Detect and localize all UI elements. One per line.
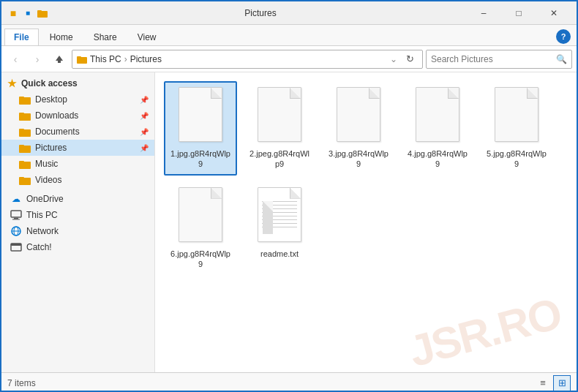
tab-file[interactable]: File [4, 29, 39, 45]
svg-rect-13 [19, 145, 24, 147]
app-icon-yellow: ■ [7, 7, 19, 19]
thispc-label: This PC [26, 210, 58, 220]
ribbon-tabs: File Home Share View ? [1, 25, 577, 45]
network-icon [10, 225, 22, 237]
breadcrumb-pictures[interactable]: Pictures [130, 54, 162, 64]
pin-icon: 📌 [140, 112, 149, 120]
sidebar-item-pictures[interactable]: Pictures 📌 [1, 140, 154, 156]
search-input[interactable] [431, 54, 556, 64]
forward-button[interactable]: › [28, 50, 47, 69]
folder-icon [19, 142, 31, 154]
back-button[interactable]: ‹ [6, 50, 25, 69]
file-icon [174, 87, 227, 146]
status-bar: 7 items ≡ ⊞ [1, 372, 577, 392]
tab-view[interactable]: View [128, 29, 166, 45]
view-controls: ≡ ⊞ [534, 375, 571, 391]
svg-rect-18 [11, 211, 21, 217]
file-item[interactable]: 2.jpeg.g8R4rqWlp9 [243, 81, 316, 176]
sidebar-item-documents[interactable]: Documents 📌 [1, 124, 154, 140]
svg-rect-1 [37, 10, 42, 12]
ribbon: File Home Share View ? [1, 25, 577, 46]
file-name: 2.jpeg.g8R4rqWlp9 [247, 148, 312, 170]
catch-icon [10, 241, 22, 253]
refresh-button[interactable]: ↻ [402, 51, 418, 67]
title-bar: ■ ■ Pictures – □ ✕ [1, 1, 577, 25]
sidebar: ★ Quick access Desktop 📌 Downloads 📌 Doc… [1, 72, 155, 372]
file-name: 5.jpg.g8R4rqWlp9 [484, 148, 549, 170]
svg-marker-2 [56, 56, 63, 61]
sidebar-item-catch[interactable]: Catch! [1, 239, 154, 255]
tab-share[interactable]: Share [84, 29, 127, 45]
main-layout: ★ Quick access Desktop 📌 Downloads 📌 Doc… [1, 72, 577, 372]
svg-rect-20 [12, 219, 20, 220]
file-item[interactable]: 3.jpg.g8R4rqWlp9 [322, 81, 395, 176]
file-name: 1.jpg.g8R4rqWlp9 [168, 148, 233, 170]
folder-icon [19, 126, 31, 137]
address-bar[interactable]: This PC › Pictures ⌄ ↻ [72, 50, 423, 69]
watermark: JSR.RO [403, 288, 566, 372]
breadcrumb-thispc[interactable]: This PC [90, 54, 121, 64]
ribbon-help: ? [556, 29, 574, 45]
folder-icon [19, 110, 31, 121]
sidebar-item-videos[interactable]: Videos [1, 172, 154, 188]
file-name: readme.txt [260, 249, 299, 259]
folder-icon [19, 94, 31, 105]
maximize-button[interactable]: □ [502, 1, 536, 25]
file-item[interactable]: 6.jpg.g8R4rqWlp9 [164, 181, 237, 276]
breadcrumb-sep: › [124, 54, 127, 64]
content-area: 1.jpg.g8R4rqWlp9 2.jpeg.g8R4rqWlp9 3.jpg… [155, 72, 577, 372]
item-count: 7 items [7, 378, 36, 388]
search-icon[interactable]: 🔍 [556, 54, 567, 64]
breadcrumb: This PC › Pictures [90, 54, 386, 64]
pin-icon: 📌 [140, 144, 149, 152]
list-view-button[interactable]: ≡ [534, 375, 552, 391]
sidebar-item-downloads[interactable]: Downloads 📌 [1, 108, 154, 124]
onedrive-label: OneDrive [26, 194, 64, 204]
music-label: Music [35, 159, 58, 169]
window-controls: – □ ✕ [467, 1, 571, 25]
folder-icon [19, 174, 31, 186]
file-icon [490, 87, 543, 146]
file-icon [253, 187, 306, 246]
folder-icon [77, 55, 87, 64]
sidebar-item-onedrive[interactable]: ☁ OneDrive [1, 191, 154, 207]
address-chevron-icon[interactable]: ⌄ [389, 54, 399, 64]
svg-rect-3 [58, 61, 61, 63]
file-icon [411, 87, 464, 146]
videos-label: Videos [35, 175, 61, 185]
svg-rect-9 [19, 113, 24, 115]
computer-icon [10, 209, 22, 221]
sidebar-item-desktop[interactable]: Desktop 📌 [1, 91, 154, 108]
svg-rect-15 [19, 161, 24, 163]
file-item[interactable]: 4.jpg.g8R4rqWlp9 [401, 81, 474, 176]
sidebar-item-network[interactable]: Network [1, 223, 154, 239]
minimize-button[interactable]: – [467, 1, 500, 25]
help-button[interactable]: ? [556, 29, 571, 44]
svg-rect-7 [19, 97, 24, 99]
search-bar[interactable]: 🔍 [426, 50, 572, 69]
grid-view-button[interactable]: ⊞ [553, 375, 571, 391]
svg-rect-19 [14, 218, 18, 219]
file-name: 6.jpg.g8R4rqWlp9 [168, 249, 233, 270]
star-icon: ★ [7, 78, 17, 89]
sidebar-item-music[interactable]: Music [1, 156, 154, 172]
file-item[interactable]: 5.jpg.g8R4rqWlp9 [480, 81, 553, 176]
sidebar-item-thispc[interactable]: This PC [1, 207, 154, 223]
folder-icon [19, 158, 31, 170]
file-icon [174, 187, 227, 246]
pictures-label: Pictures [35, 143, 67, 153]
file-item[interactable]: readme.txt [243, 181, 316, 276]
file-item[interactable]: 1.jpg.g8R4rqWlp9 [164, 81, 237, 176]
up-button[interactable] [50, 50, 69, 69]
toolbar: ‹ › This PC › Pictures ⌄ ↻ 🔍 [1, 46, 577, 72]
desktop-label: Desktop [35, 94, 67, 105]
tab-home[interactable]: Home [40, 29, 83, 45]
downloads-label: Downloads [35, 110, 78, 121]
file-name: 3.jpg.g8R4rqWlp9 [326, 148, 391, 170]
pin-icon: 📌 [140, 96, 149, 104]
sidebar-section-quickaccess[interactable]: ★ Quick access [1, 75, 154, 91]
file-icon [253, 87, 306, 146]
catch-label: Catch! [26, 242, 52, 252]
close-button[interactable]: ✕ [537, 1, 571, 25]
network-label: Network [26, 226, 59, 236]
